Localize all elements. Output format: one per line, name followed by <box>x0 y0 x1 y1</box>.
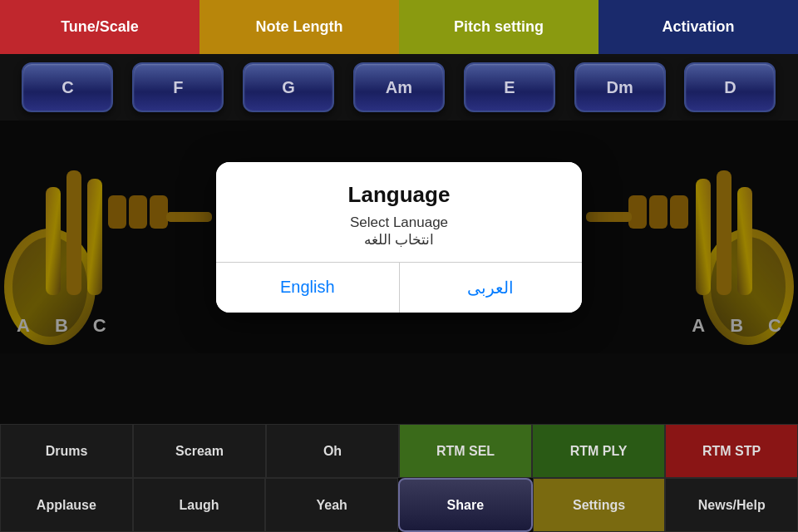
applause-button[interactable]: Applause <box>0 478 133 532</box>
language-arabic-button[interactable]: العربى <box>400 263 583 313</box>
modal-subtitle: Select Lanuage <box>233 214 565 231</box>
note-length-button[interactable]: Note Length <box>200 0 399 54</box>
scale-row: C F G Am E Dm D <box>0 54 798 121</box>
scale-btn-f[interactable]: F <box>132 62 224 112</box>
modal-overlay: Language Select Lanuage انتخاب اللغه Eng… <box>0 121 798 353</box>
scale-btn-dm[interactable]: Dm <box>574 62 666 112</box>
news-help-button[interactable]: News/Help <box>665 478 798 532</box>
oh-button[interactable]: Oh <box>266 424 399 478</box>
rtm-sel-button[interactable]: RTM SEL <box>399 424 532 478</box>
toolbar: Tune/Scale Note Length Pitch setting Act… <box>0 0 798 54</box>
settings-button[interactable]: Settings <box>533 478 666 532</box>
scale-btn-g[interactable]: G <box>243 62 334 112</box>
modal-title: Language <box>233 182 565 208</box>
modal-subtitle-arabic: انتخاب اللغه <box>233 231 565 249</box>
scream-button[interactable]: Scream <box>133 424 266 478</box>
pitch-setting-button[interactable]: Pitch setting <box>399 0 598 54</box>
scale-btn-c[interactable]: C <box>22 62 113 112</box>
bottom-rows: Drums Scream Oh RTM SEL RTM PLY RTM STP … <box>0 424 798 532</box>
modal-options: English العربى <box>216 263 582 313</box>
tune-scale-button[interactable]: Tune/Scale <box>0 0 200 54</box>
activation-button[interactable]: Activation <box>598 0 798 54</box>
yeah-button[interactable]: Yeah <box>265 478 398 532</box>
language-english-button[interactable]: English <box>216 263 400 313</box>
scale-btn-d[interactable]: D <box>684 62 776 112</box>
rtm-ply-button[interactable]: RTM PLY <box>532 424 665 478</box>
laugh-button[interactable]: Laugh <box>133 478 266 532</box>
rtm-stp-button[interactable]: RTM STP <box>665 424 798 478</box>
bottom-row-1: Drums Scream Oh RTM SEL RTM PLY RTM STP <box>0 424 798 478</box>
scale-btn-e[interactable]: E <box>464 62 555 112</box>
drums-button[interactable]: Drums <box>0 424 133 478</box>
modal-header: Language Select Lanuage انتخاب اللغه <box>216 162 582 263</box>
scale-btn-am[interactable]: Am <box>353 62 445 112</box>
main-area: A B C A B C Language Select Lanuage انتخ… <box>0 121 798 353</box>
language-modal: Language Select Lanuage انتخاب اللغه Eng… <box>216 162 582 313</box>
bottom-row-2: Applause Laugh Yeah Share Settings News/… <box>0 478 798 532</box>
share-button[interactable]: Share <box>398 478 533 532</box>
